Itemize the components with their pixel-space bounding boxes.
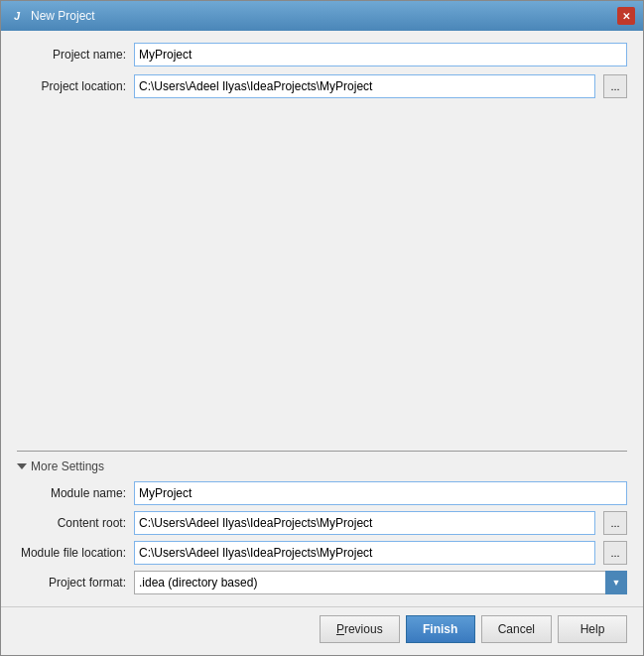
content-root-label: Content root: [17,516,126,530]
cancel-button[interactable]: Cancel [481,615,552,643]
module-file-location-input[interactable] [134,541,595,565]
title-bar-controls: ✕ [617,7,635,25]
project-location-label: Project location: [17,79,126,93]
project-format-select-wrap: .idea (directory based) [134,571,627,594]
dialog-body: Project name: Project location: ... More… [1,31,643,606]
dialog-footer: PPreviousrevious Finish Cancel Help [1,606,643,655]
more-settings-content: Module name: Content root: ... Module fi… [17,481,627,594]
project-format-label: Project format: [17,576,126,590]
more-settings-label: More Settings [31,459,104,473]
body-spacer [17,106,627,443]
svg-marker-0 [17,463,27,469]
finish-button[interactable]: Finish [406,615,475,643]
project-name-row: Project name: [17,43,627,66]
dialog-title: New Project [31,9,95,23]
content-root-row: Content root: ... [17,511,627,535]
title-bar: J New Project ✕ [1,1,643,31]
module-name-row: Module name: [17,481,627,505]
project-name-input[interactable] [134,43,627,66]
project-name-label: Project name: [17,48,126,62]
content-root-browse-button[interactable]: ... [603,511,627,535]
more-settings-header[interactable]: More Settings [17,459,627,473]
project-location-row: Project location: ... [17,74,627,98]
close-button[interactable]: ✕ [617,7,635,25]
help-button[interactable]: Help [558,615,627,643]
app-icon: J [9,8,25,24]
module-file-location-row: Module file location: ... [17,541,627,565]
project-location-browse-button[interactable]: ... [603,74,627,98]
module-name-input[interactable] [134,481,627,505]
project-location-input[interactable] [134,74,595,98]
previous-button[interactable]: PPreviousrevious [320,615,400,643]
module-file-location-label: Module file location: [17,546,126,560]
project-format-select[interactable]: .idea (directory based) [134,571,627,594]
new-project-dialog: J New Project ✕ Project name: Project lo… [0,0,644,656]
collapse-icon [17,461,27,471]
module-name-label: Module name: [17,486,126,500]
content-root-input[interactable] [134,511,595,535]
module-file-location-browse-button[interactable]: ... [603,541,627,565]
title-bar-left: J New Project [9,8,95,24]
project-format-row: Project format: .idea (directory based) [17,571,627,594]
more-settings-section: More Settings Module name: Content root:… [17,451,627,594]
